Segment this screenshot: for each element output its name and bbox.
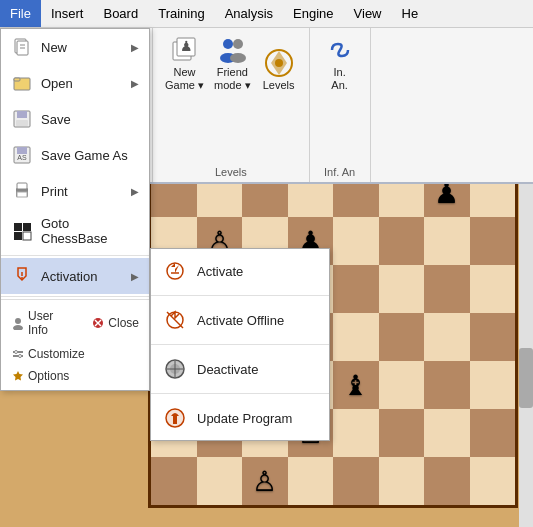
save-game-as-icon: AS [11, 144, 33, 166]
new-game-button[interactable]: ♟ NewGame ▾ [161, 32, 208, 94]
board-cell-5-6[interactable] [424, 361, 470, 409]
board-cell-2-5[interactable] [379, 217, 425, 265]
menu-he[interactable]: He [392, 0, 429, 27]
close-icon [91, 316, 105, 330]
ribbon-infinite-buttons: In.An. [318, 32, 362, 94]
customize-icon [11, 347, 25, 361]
levels-button[interactable]: Levels [257, 45, 301, 94]
board-cell-7-4[interactable] [333, 457, 379, 505]
board-cell-4-5[interactable] [379, 313, 425, 361]
deactivate-button[interactable]: Deactivate [151, 347, 329, 391]
menu-view[interactable]: View [344, 0, 392, 27]
board-cell-4-4[interactable] [333, 313, 379, 361]
board-cell-3-6[interactable] [424, 265, 470, 313]
board-cell-6-5[interactable] [379, 409, 425, 457]
infinite-analysis-icon [324, 34, 356, 66]
board-cell-5-7[interactable] [470, 361, 516, 409]
board-cell-7-3[interactable] [288, 457, 334, 505]
menu-board[interactable]: Board [93, 0, 148, 27]
infinite-group-label: Inf. An [324, 164, 355, 178]
activate-button[interactable]: Activate [151, 249, 329, 293]
board-cell-5-5[interactable] [379, 361, 425, 409]
friend-mode-label: Friendmode ▾ [214, 66, 251, 92]
menu-item-save-game-as[interactable]: AS Save Game As [1, 137, 149, 173]
menu-item-activation-label: Activation [41, 269, 97, 284]
save-icon [11, 108, 33, 130]
menu-engine[interactable]: Engine [283, 0, 343, 27]
board-cell-5-4[interactable]: ♝ [333, 361, 379, 409]
activate-offline-button[interactable]: Activate Offline [151, 298, 329, 342]
menu-item-print-label: Print [41, 184, 68, 199]
ribbon-group-infinite: In.An. Inf. An [310, 28, 371, 182]
board-cell-4-6[interactable] [424, 313, 470, 361]
menu-file[interactable]: File [0, 0, 41, 27]
ribbon-levels-buttons: ♟ NewGame ▾ Friendmode ▾ [161, 32, 301, 94]
activate-offline-label: Activate Offline [197, 313, 284, 328]
menu-training[interactable]: Training [148, 0, 214, 27]
svg-rect-20 [14, 78, 20, 81]
svg-text:AS: AS [17, 154, 27, 161]
activation-submenu: Activate Activate Offline Deactivate [150, 248, 330, 441]
infinite-analysis-button[interactable]: In.An. [318, 32, 362, 94]
menu-item-new[interactable]: New ▶ [1, 29, 149, 65]
board-cell-3-5[interactable] [379, 265, 425, 313]
board-cell-3-4[interactable] [333, 265, 379, 313]
svg-rect-22 [17, 111, 27, 118]
menu-item-open[interactable]: Open ▶ [1, 65, 149, 101]
levels-icon [263, 47, 295, 79]
menu-item-goto-chessbase[interactable]: Goto ChessBase [1, 209, 149, 253]
board-cell-6-4[interactable] [333, 409, 379, 457]
levels-label: Levels [263, 79, 295, 92]
options-label: Options [28, 369, 69, 383]
menu-analysis[interactable]: Analysis [215, 0, 283, 27]
goto-chessbase-icon [11, 220, 33, 242]
board-cell-7-0[interactable] [151, 457, 197, 505]
board-cell-7-7[interactable] [470, 457, 516, 505]
board-cell-3-7[interactable] [470, 265, 516, 313]
svg-rect-28 [17, 183, 27, 189]
menu-item-activation[interactable]: Activation ▶ [1, 258, 149, 294]
friend-mode-icon [216, 34, 248, 66]
user-info-button[interactable]: User Info [1, 305, 81, 341]
menu-item-print[interactable]: Print ▶ [1, 173, 149, 209]
board-cell-6-7[interactable] [470, 409, 516, 457]
friend-mode-button[interactable]: Friendmode ▾ [210, 32, 255, 94]
board-cell-7-1[interactable] [197, 457, 243, 505]
activate-offline-icon [161, 306, 189, 334]
menu-item-save[interactable]: Save [1, 101, 149, 137]
new-game-icon: ♟ [169, 34, 201, 66]
svg-rect-29 [17, 192, 27, 197]
svg-rect-31 [23, 223, 31, 231]
board-cell-7-5[interactable] [379, 457, 425, 505]
board-cell-2-6[interactable] [424, 217, 470, 265]
menu-divider-2 [1, 296, 149, 297]
board-cell-2-4[interactable] [333, 217, 379, 265]
submenu-divider-3 [151, 393, 329, 394]
svg-point-35 [21, 277, 23, 279]
menu-item-open-label: Open [41, 76, 73, 91]
new-icon [11, 36, 33, 58]
user-info-icon [11, 316, 25, 330]
board-cell-6-6[interactable] [424, 409, 470, 457]
close-button[interactable]: Close [81, 312, 149, 334]
menu-item-new-label: New [41, 40, 67, 55]
customize-button[interactable]: Customize [1, 343, 149, 365]
file-menu-bottom: User Info Close [1, 299, 149, 390]
customize-label: Customize [28, 347, 85, 361]
svg-rect-23 [16, 120, 28, 126]
svg-rect-33 [23, 232, 31, 240]
menu-insert[interactable]: Insert [41, 0, 94, 27]
user-info-label: User Info [28, 309, 71, 337]
board-cell-7-6[interactable] [424, 457, 470, 505]
options-icon [11, 369, 25, 383]
scrollbar-thumb[interactable] [519, 348, 533, 408]
board-cell-2-7[interactable] [470, 217, 516, 265]
svg-point-10 [233, 39, 243, 49]
update-program-button[interactable]: Update Program [151, 396, 329, 440]
board-cell-4-7[interactable] [470, 313, 516, 361]
board-cell-7-2[interactable]: ♙ [242, 457, 288, 505]
new-arrow: ▶ [131, 42, 139, 53]
activation-arrow: ▶ [131, 271, 139, 282]
options-button[interactable]: Options [1, 365, 149, 387]
open-icon [11, 72, 33, 94]
